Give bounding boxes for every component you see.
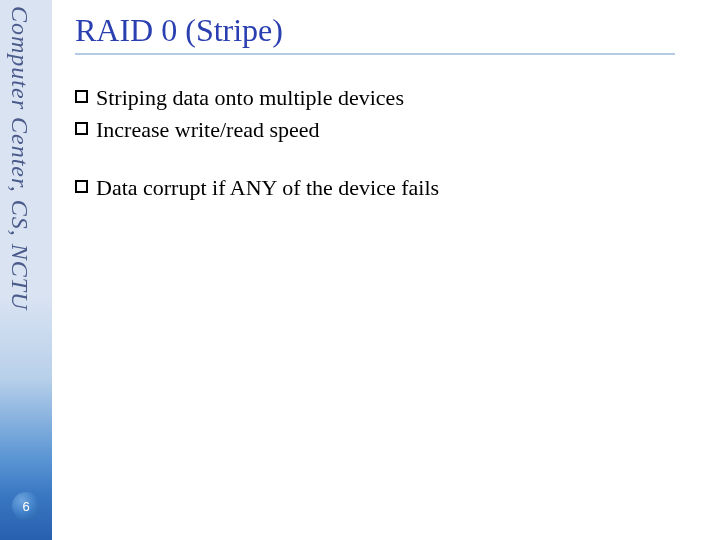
- sidebar-affiliation-text: Computer Center, CS, NCTU: [6, 6, 33, 310]
- sidebar: Computer Center, CS, NCTU 6: [0, 0, 52, 540]
- bullet-item: Data corrupt if ANY of the device fails: [75, 175, 695, 201]
- slide-title: RAID 0 (Stripe): [75, 12, 695, 49]
- bullet-item: Striping data onto multiple devices: [75, 85, 695, 111]
- page-number-badge: 6: [12, 492, 40, 520]
- bullet-group-advantages: Striping data onto multiple devices Incr…: [75, 85, 695, 143]
- square-bullet-icon: [75, 122, 88, 135]
- bullet-text: Striping data onto multiple devices: [96, 85, 404, 111]
- slide-content: RAID 0 (Stripe) Striping data onto multi…: [75, 12, 695, 233]
- square-bullet-icon: [75, 180, 88, 193]
- page-number: 6: [22, 499, 29, 514]
- bullet-text: Data corrupt if ANY of the device fails: [96, 175, 439, 201]
- bullet-item: Increase write/read speed: [75, 117, 695, 143]
- title-underline: [75, 53, 675, 55]
- bullet-text: Increase write/read speed: [96, 117, 320, 143]
- square-bullet-icon: [75, 90, 88, 103]
- bullet-group-disadvantages: Data corrupt if ANY of the device fails: [75, 175, 695, 201]
